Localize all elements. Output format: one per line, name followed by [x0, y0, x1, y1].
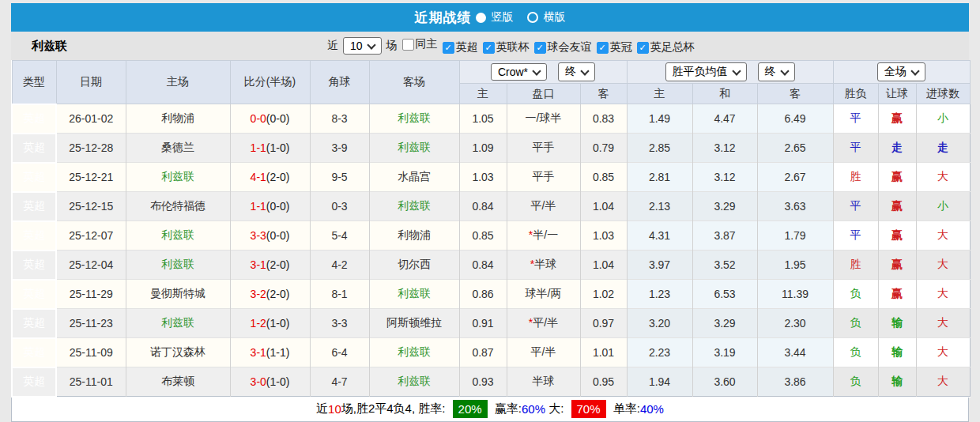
match-date: 26-01-02 — [56, 104, 126, 134]
away-team: 利兹联 — [369, 134, 459, 163]
result-wdl: 负 — [833, 309, 878, 338]
corner-score: 3-3 — [310, 309, 369, 338]
vertical-layout-radio[interactable] — [476, 13, 486, 23]
scope-select-value: 全场 — [884, 65, 906, 79]
recent-results-panel: 近期战绩 竖版 横版 利兹联 近 10 场 同主英超英联杯球会友谊英冠英足总杯 — [11, 3, 969, 422]
col-header-date: 日期 — [56, 61, 126, 104]
checkbox-checked-icon[interactable] — [637, 42, 649, 54]
recent-count-select[interactable]: 10 — [343, 37, 382, 55]
filter-bar: 利兹联 近 10 场 同主英超英联杯球会友谊英冠英足总杯 — [11, 32, 969, 60]
result-handicap: 赢 — [878, 280, 916, 309]
chevron-down-icon — [732, 66, 741, 75]
avg-home-odds: 2.85 — [627, 134, 692, 163]
match-row: 英超25-11-23利兹联1-2(1-0)3-3阿斯顿维拉0.91*平/半0.9… — [12, 309, 970, 338]
average-select[interactable]: 胜平负均值 — [665, 62, 747, 81]
avg-draw-odds: 3.29 — [692, 192, 757, 221]
col-header-away: 客场 — [369, 61, 459, 104]
match-date: 25-12-04 — [56, 251, 126, 280]
single-rate-pct: 40% — [640, 402, 664, 416]
corner-score: 8-3 — [310, 104, 369, 134]
bookmaker-state-value: 终 — [565, 65, 576, 79]
odds-away: 0.97 — [580, 309, 627, 338]
recent-count-value: 10 — [350, 40, 363, 52]
average-header-cell: 胜平负均值 终 — [627, 61, 833, 84]
filter-checkbox-item[interactable]: 英冠 — [592, 40, 632, 55]
handicap-win-pct: 60% — [522, 402, 545, 416]
result-goals: 大 — [916, 251, 970, 280]
avg-draw-odds: 3.12 — [692, 163, 757, 192]
avg-home-odds: 2.13 — [627, 192, 692, 221]
odds-away: 1.02 — [580, 280, 627, 309]
home-team: 布伦特福德 — [126, 192, 230, 221]
away-team: 利兹联 — [369, 280, 459, 309]
result-wdl: 平 — [833, 221, 878, 251]
checkbox-checked-icon[interactable] — [483, 42, 495, 54]
chevron-down-icon — [910, 66, 919, 75]
away-team: 利物浦 — [369, 221, 459, 251]
handicap-line: *平/半 — [507, 309, 580, 338]
scope-select[interactable]: 全场 — [877, 62, 925, 81]
away-team: 利兹联 — [369, 192, 459, 221]
summary-count: 10 — [328, 402, 341, 416]
avg-away-odds: 2.67 — [757, 163, 833, 192]
checkbox-checked-icon[interactable] — [534, 42, 546, 54]
filter-checkbox-item[interactable]: 英足总杯 — [632, 40, 695, 55]
handicap-line: 半球 — [507, 367, 580, 397]
filter-checkbox-item[interactable]: 英超 — [438, 40, 478, 55]
checkbox-checked-icon[interactable] — [443, 42, 454, 54]
filter-checkbox-item[interactable]: 球会友谊 — [530, 40, 592, 55]
away-team: 利兹联 — [369, 338, 459, 367]
filters-group: 近 10 场 同主英超英联杯球会友谊英冠英足总杯 — [327, 37, 695, 55]
result-wdl: 胜 — [833, 251, 878, 280]
match-row: 英超25-12-04利兹联3-1(2-0)4-2切尔西0.84*半球1.043.… — [12, 251, 970, 280]
col-header-odds-home: 主 — [459, 84, 507, 104]
average-state-value: 终 — [765, 65, 776, 79]
result-wdl: 平 — [833, 104, 878, 134]
odds-home: 0.93 — [459, 367, 507, 397]
handicap-line: 一/球半 — [507, 104, 580, 134]
checkbox-unchecked-icon[interactable] — [402, 39, 414, 51]
bookmaker-header-cell: Crow* 终 — [459, 61, 627, 84]
horizontal-layout-label[interactable]: 横版 — [544, 10, 566, 24]
match-date: 25-11-23 — [56, 309, 126, 338]
result-goals: 大 — [916, 367, 970, 397]
avg-draw-odds: 3.12 — [692, 134, 757, 163]
match-date: 25-11-29 — [56, 280, 126, 309]
avg-away-odds: 1.79 — [757, 221, 833, 251]
win-rate-badge: 20% — [453, 400, 488, 418]
result-goals: 大 — [916, 221, 970, 251]
bookmaker-state-select[interactable]: 终 — [558, 62, 595, 81]
checkbox-checked-icon[interactable] — [597, 42, 609, 54]
filter-checkbox-item[interactable]: 同主 — [398, 37, 438, 51]
odds-away: 0.95 — [580, 367, 627, 397]
avg-home-odds: 4.31 — [627, 221, 692, 251]
filter-checkbox-item[interactable]: 英联杯 — [478, 40, 530, 55]
home-team: 利兹联 — [126, 309, 230, 338]
title-bar: 近期战绩 竖版 横版 — [11, 3, 969, 32]
odds-home: 0.86 — [459, 280, 507, 309]
odds-away: 1.04 — [580, 251, 627, 280]
handicap-line: *半球 — [507, 251, 580, 280]
bookmaker-select[interactable]: Crow* — [491, 63, 547, 81]
away-team: 利兹联 — [369, 367, 459, 397]
horizontal-layout-radio[interactable] — [527, 12, 538, 23]
summary-bar: 近 10 场,胜2平4负4, 胜率: 20% 赢率: 60% 大: 70% 单率… — [11, 398, 969, 422]
average-state-select[interactable]: 终 — [758, 62, 795, 81]
avg-draw-odds: 4.47 — [692, 104, 757, 134]
chevron-down-icon — [367, 40, 375, 49]
avg-draw-odds: 3.19 — [692, 338, 757, 367]
result-wdl: 负 — [833, 367, 878, 397]
match-date: 25-12-15 — [56, 192, 126, 221]
avg-draw-odds: 6.53 — [692, 280, 757, 309]
match-row: 英超25-11-09诺丁汉森林3-1(1-1)6-4利兹联0.87平/半1.01… — [12, 338, 970, 367]
home-team: 利兹联 — [126, 251, 230, 280]
match-row: 英超25-11-01布莱顿3-0(1-0)4-7利兹联0.93半球0.951.9… — [12, 367, 970, 397]
avg-away-odds: 2.30 — [757, 309, 833, 338]
home-team: 利兹联 — [126, 163, 230, 192]
odds-home: 1.03 — [459, 163, 507, 192]
result-wdl: 胜 — [833, 163, 878, 192]
handicap-line: *半/一 — [507, 221, 580, 251]
vertical-layout-label[interactable]: 竖版 — [492, 10, 514, 24]
match-score: 1-2(1-0) — [230, 309, 310, 338]
handicap-line: 球半/两 — [507, 280, 580, 309]
